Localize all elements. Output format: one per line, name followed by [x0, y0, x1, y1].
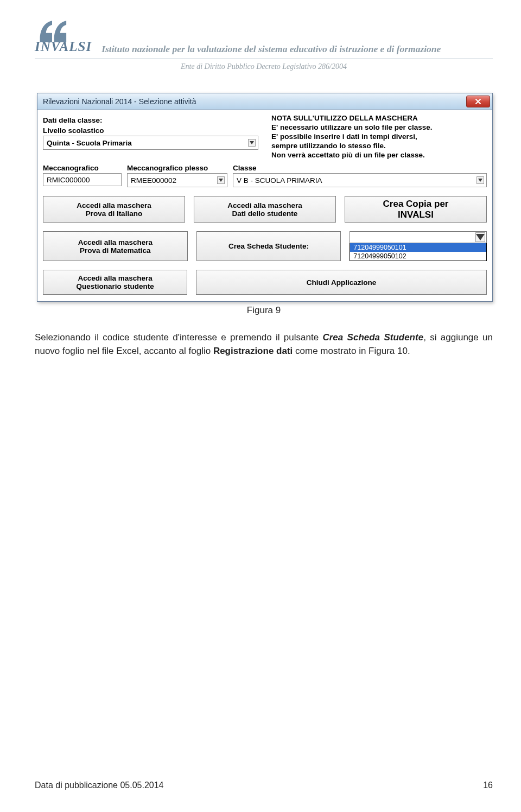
dropdown-option[interactable]: 71204999050102 — [350, 252, 486, 261]
note-line-4: sempre utilizzando lo stesso file. — [271, 142, 487, 151]
label-plesso: Meccanografico plesso — [127, 164, 227, 172]
btn-maschera-italiano[interactable]: Accedi alla maschera Prova di Italiano — [43, 196, 185, 223]
btn-crea-copia-invalsi[interactable]: Crea Copia per INVALSI — [345, 196, 487, 223]
app-window: Rilevazioni Nazionali 2014 - Selezione a… — [37, 93, 493, 302]
classe-value: V B - SCUOLA PRIMARIA — [237, 176, 322, 185]
body-paragraph: Selezionando il codice studente d'intere… — [35, 331, 493, 358]
label-meccanografico: Meccanografico — [43, 164, 122, 172]
label-dati-classe: Dati della classe: — [43, 116, 258, 124]
note-line-5: Non verrà accettato più di un file per c… — [271, 151, 487, 160]
header-rule — [35, 59, 493, 59]
note-line-2: E' necessario utilizzare un solo file pe… — [271, 123, 487, 132]
plesso-value: RMEE000002 — [131, 176, 176, 185]
window-close-button[interactable] — [466, 96, 490, 107]
page-header: INVALSI Istituto nazionale per la valuta… — [35, 35, 493, 71]
close-icon — [475, 98, 481, 105]
btn-maschera-matematica[interactable]: Accedi alla maschera Prova di Matematica — [43, 231, 188, 261]
chevron-down-icon — [475, 232, 485, 242]
chevron-down-icon — [217, 176, 225, 184]
chevron-down-icon — [476, 176, 484, 184]
plesso-select[interactable]: RMEE000002 — [127, 173, 227, 187]
chevron-down-icon — [248, 139, 256, 147]
figure-caption: Figura 9 — [35, 305, 493, 316]
btn-crea-scheda-studente[interactable]: Crea Scheda Studente: — [196, 231, 341, 261]
note-line-3: E' possibile inserire i dati in tempi di… — [271, 132, 487, 142]
page-number: 16 — [483, 781, 493, 790]
livello-select[interactable]: Quinta - Scuola Primaria — [43, 136, 258, 150]
header-subtagline: Ente di Diritto Pubblico Decreto Legisla… — [35, 62, 493, 71]
window-titlebar: Rilevazioni Nazionali 2014 - Selezione a… — [37, 93, 492, 110]
quote-icon — [37, 16, 67, 45]
studente-dropdown[interactable]: 71204999050101 71204999050102 — [350, 231, 487, 261]
window-title: Rilevazioni Nazionali 2014 - Selezione a… — [43, 97, 196, 106]
page-footer: Data di pubblicazione 05.05.2014 16 — [35, 781, 493, 790]
label-classe: Classe — [233, 164, 487, 172]
btn-maschera-dati-studente[interactable]: Accedi alla maschera Dati dello studente — [194, 196, 336, 223]
meccanografico-field[interactable]: RMIC000000 — [43, 173, 122, 186]
footer-date: Data di pubblicazione 05.05.2014 — [35, 781, 164, 790]
label-livello: Livello scolastico — [43, 126, 258, 135]
classe-select[interactable]: V B - SCUOLA PRIMARIA — [233, 173, 487, 187]
livello-value: Quinta - Scuola Primaria — [47, 139, 132, 147]
note-line-1: NOTA SULL'UTILIZZO DELLA MASCHERA — [271, 114, 487, 123]
studente-dropdown-list: 71204999050101 71204999050102 — [350, 243, 487, 261]
header-tagline: Istituto nazionale per la valutazione de… — [101, 44, 493, 54]
btn-maschera-questionario[interactable]: Accedi alla maschera Questionario studen… — [43, 270, 187, 295]
dropdown-option-selected[interactable]: 71204999050101 — [350, 243, 486, 252]
btn-chiudi-applicazione[interactable]: Chiudi Applicazione — [196, 270, 487, 295]
